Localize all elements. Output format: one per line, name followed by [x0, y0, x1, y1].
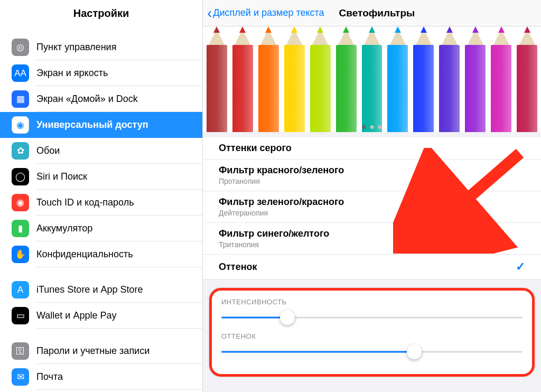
pencil-icon	[410, 26, 437, 132]
filter-subtitle: Протанопия	[219, 177, 344, 185]
appstore-icon: A	[12, 281, 29, 298]
control-center-icon: ◎	[12, 39, 29, 56]
pencil-icon	[229, 26, 256, 132]
sidebar-item-contacts[interactable]: ☻Контакты	[0, 390, 202, 392]
hue-slider[interactable]	[221, 344, 523, 359]
privacy-icon: ✋	[12, 246, 29, 263]
sidebar-item-battery[interactable]: ▮Аккумулятор	[0, 216, 202, 241]
key-icon: ⚿	[12, 342, 29, 360]
pencil-icon	[281, 26, 308, 132]
sidebar-item-wallet[interactable]: ▭Wallet и Apple Pay	[0, 303, 202, 329]
filter-title: Фильтр красного/зеленого	[219, 165, 344, 176]
filter-title: Фильтр синего/желтого	[219, 228, 329, 239]
sidebar-item-privacy[interactable]: ✋Конфиденциальность	[0, 241, 202, 267]
sidebar-item-label: Конфиденциальность	[36, 249, 133, 260]
mail-icon: ✉	[12, 368, 29, 386]
filter-subtitle: Дейтеранопия	[219, 209, 344, 217]
sidebar-item-label: Экран и яркость	[36, 68, 108, 79]
sidebar-title: Настройки	[0, 0, 202, 25]
page-indicator	[362, 125, 382, 129]
accessibility-icon: ◉	[12, 116, 29, 134]
sidebar-item-label: iTunes Store и App Store	[36, 284, 143, 295]
intensity-slider[interactable]	[221, 310, 523, 325]
sidebar-item-label: Пункт управления	[36, 42, 116, 53]
checkmark-icon: ✓	[516, 260, 525, 274]
filter-option[interactable]: Фильтр зеленого/красногоДейтеранопия	[203, 191, 541, 223]
main-pane: ‹ Дисплей и размер текста Светофильтры О…	[203, 0, 541, 392]
touchid-icon: ◉	[12, 194, 29, 211]
slider-thumb[interactable]	[280, 310, 295, 325]
filter-option[interactable]: Оттенки серого	[203, 137, 541, 160]
filter-title: Оттенок	[219, 262, 257, 273]
chevron-left-icon: ‹	[207, 6, 212, 21]
main-header: ‹ Дисплей и размер текста Светофильтры	[203, 0, 541, 26]
slider-thumb[interactable]	[407, 344, 422, 359]
sidebar-item-label: Почта	[36, 371, 63, 382]
pencil-icon	[514, 26, 540, 132]
filter-title: Оттенки серого	[219, 143, 292, 154]
battery-icon: ▮	[12, 220, 29, 237]
slider-fill	[221, 317, 287, 319]
wallpaper-icon: ✿	[12, 142, 29, 160]
page-dot	[362, 125, 366, 129]
sidebar-item-label: Пароли и учетные записи	[36, 346, 150, 357]
slider-section-highlight: ИНТЕНСИВНОСТЬ ОТТЕНОК	[209, 288, 535, 377]
settings-sidebar: Настройки ◎Пункт управленияAAЭкран и ярк…	[0, 0, 203, 392]
sidebar-item-label: Siri и Поиск	[36, 171, 87, 182]
back-button[interactable]: ‹ Дисплей и размер текста	[203, 6, 329, 21]
sidebar-item-label: Аккумулятор	[36, 223, 92, 234]
filter-subtitle: Тританопия	[219, 240, 329, 249]
sidebar-item-mail[interactable]: ✉Почта	[0, 364, 202, 390]
filter-list: Оттенки серогоФильтр красного/зеленогоПр…	[203, 137, 541, 279]
sidebar-item-label: Wallet и Apple Pay	[36, 310, 116, 321]
intensity-label: ИНТЕНСИВНОСТЬ	[221, 298, 523, 306]
display-icon: AA	[12, 64, 29, 82]
pencil-icon	[307, 26, 334, 132]
back-label: Дисплей и размер текста	[213, 7, 324, 18]
sidebar-item-accessibility[interactable]: ◉Универсальный доступ	[0, 112, 202, 138]
page-title: Светофильтры	[339, 7, 415, 19]
filter-option[interactable]: Фильтр красного/зеленогоПротанопия	[203, 160, 541, 191]
sidebar-item-label: Touch ID и код-пароль	[36, 197, 134, 208]
page-dot	[378, 125, 382, 129]
sidebar-item-label: Обои	[36, 145, 60, 156]
sidebar-item-label: Экран «Домой» и Dock	[36, 94, 138, 105]
sidebar-item-display[interactable]: AAЭкран и яркость	[0, 60, 202, 86]
pencils-preview[interactable]	[203, 26, 541, 132]
slider-fill	[221, 351, 414, 353]
sidebar-item-wallpaper[interactable]: ✿Обои	[0, 138, 202, 164]
sidebar-item-key[interactable]: ⚿Пароли и учетные записи	[0, 338, 202, 364]
filter-option[interactable]: Оттенок✓	[203, 255, 541, 279]
home-dock-icon: ▦	[12, 90, 29, 108]
sidebar-item-home-dock[interactable]: ▦Экран «Домой» и Dock	[0, 86, 202, 112]
sidebar-item-appstore[interactable]: AiTunes Store и App Store	[0, 277, 202, 303]
sidebar-item-siri[interactable]: ◯Siri и Поиск	[0, 164, 202, 190]
pencil-icon	[384, 26, 411, 132]
filter-title: Фильтр зеленого/красного	[219, 197, 344, 208]
sidebar-item-touchid[interactable]: ◉Touch ID и код-пароль	[0, 190, 202, 216]
wallet-icon: ▭	[12, 307, 29, 324]
pencil-icon	[462, 26, 489, 132]
page-dot	[370, 125, 374, 129]
filter-option[interactable]: Фильтр синего/желтогоТританопия	[203, 223, 541, 255]
sidebar-item-control-center[interactable]: ◎Пункт управления	[0, 34, 202, 60]
pencil-icon	[359, 26, 386, 132]
pencil-icon	[488, 26, 515, 132]
pencil-icon	[255, 26, 282, 132]
pencil-icon	[436, 26, 463, 132]
sidebar-item-label: Универсальный доступ	[36, 119, 148, 130]
siri-icon: ◯	[12, 168, 29, 185]
pencil-icon	[203, 26, 230, 132]
pencil-icon	[333, 26, 360, 132]
sidebar-list: ◎Пункт управленияAAЭкран и яркость▦Экран…	[0, 25, 202, 392]
hue-label: ОТТЕНОК	[221, 332, 523, 340]
